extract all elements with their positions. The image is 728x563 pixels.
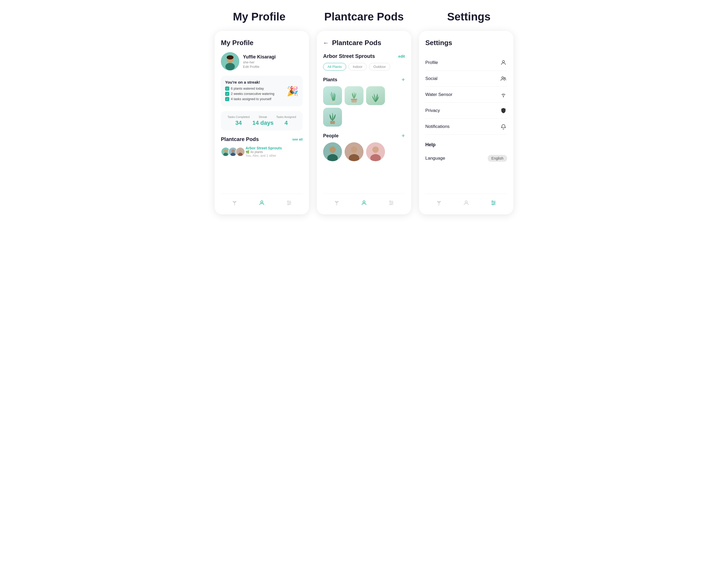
settings-screen: Settings Profile Social [419,31,513,214]
my-profile-page-title: My Profile [207,10,312,23]
svg-point-11 [239,149,242,153]
settings-privacy-label: Privacy [425,108,440,113]
streak-item-3: ✓ 4 tasks assigned to yourself [225,97,274,101]
pods-nav-plant-icon[interactable] [333,199,340,207]
svg-point-3 [227,55,233,59]
svg-point-44 [503,96,504,97]
check-icon-1: ✓ [225,86,229,91]
pod-avatars [221,147,243,156]
filter-indoor[interactable]: Indoor [348,63,367,71]
tasks-completed-label: Tasks Completed [227,115,249,118]
plant-thumb-3[interactable] [366,86,385,105]
screens-row: My Profile Yuffie Kisaragi she-her Edit [207,31,521,214]
streak-card: You're on a streak! ✓ 6 plants watered t… [221,76,303,106]
settings-nav-settings-icon[interactable] [490,199,497,207]
filter-outdoor[interactable]: Outdoor [369,63,390,71]
pods-screen-header: ← Plantcare Pods [323,39,405,47]
streak-content: You're on a streak! ✓ 6 plants watered t… [225,80,274,102]
tasks-assigned-value: 4 [276,120,296,126]
pods-header: Plantcare Pods see all [221,136,303,142]
pods-nav-profile-icon[interactable] [360,199,368,207]
check-icon-2: ✓ [225,92,229,96]
svg-point-26 [329,147,336,153]
svg-point-9 [231,153,235,156]
svg-point-20 [288,204,289,205]
streak-stat: Streak 14 days [252,115,274,126]
add-person-button[interactable]: + [401,132,405,139]
edit-link[interactable]: edit [398,54,405,58]
nav-plant-icon[interactable] [231,199,238,207]
social-icon [500,75,507,82]
nav-profile-icon[interactable] [258,199,265,207]
bell-icon [500,123,507,130]
svg-point-18 [287,201,289,202]
svg-point-49 [492,201,493,202]
settings-item-water-sensor[interactable]: Water Sensor [425,87,507,103]
svg-point-34 [363,201,365,203]
settings-screen-title: Settings [425,39,507,47]
streak-title: You're on a streak! [225,80,274,84]
pods-section-title: Plantcare Pods [221,136,259,142]
svg-point-32 [372,147,379,153]
svg-point-50 [494,202,495,203]
svg-point-39 [392,202,393,203]
svg-point-6 [223,153,228,156]
pod-members: You, Alex, and 1 other [246,154,282,158]
check-icon-3: ✓ [225,97,229,101]
person-thumb-3[interactable] [366,142,385,161]
language-item[interactable]: Language English [425,152,507,165]
edit-profile-link[interactable]: Edit Profile [243,65,276,69]
settings-nav-plant-icon[interactable] [435,199,443,207]
tasks-completed-stat: Tasks Completed 34 [227,115,249,126]
add-plant-button[interactable]: + [401,76,405,83]
svg-point-19 [290,202,291,203]
help-section-title: Help [425,142,507,148]
plants-section-header: Plants + [323,76,405,83]
back-button[interactable]: ← [323,40,329,46]
svg-point-29 [351,147,357,153]
language-label: Language [425,156,445,161]
streak-item-1: ✓ 6 plants watered today [225,86,274,91]
settings-page-title: Settings [416,10,521,23]
pod-info: Arbor Street Sprouts 🌿 4x plants You, Al… [246,146,282,158]
pod-group-name: Arbor Street Sprouts [323,53,375,59]
svg-point-21 [329,101,336,104]
profile-pods-section: Plantcare Pods see all [221,136,303,158]
plant-thumb-2[interactable] [345,86,363,105]
settings-item-privacy[interactable]: Privacy [425,103,507,119]
pods-nav-settings-icon[interactable] [388,199,395,207]
language-badge[interactable]: English [488,155,507,162]
see-all-link[interactable]: see all [292,137,303,141]
pod-plants: 🌿 4x plants [246,150,282,154]
filter-all-plants[interactable]: All Plants [323,63,346,71]
stats-card: Tasks Completed 34 Streak 14 days Tasks … [221,111,303,131]
avatar [221,52,239,71]
plant-thumb-4[interactable] [323,108,342,127]
filter-tabs: All Plants Indoor Outdoor [323,63,405,71]
svg-point-12 [238,153,243,156]
people-section-label: People [323,133,339,139]
user-details: Yuffie Kisaragi she-her Edit Profile [243,54,276,69]
streak-emoji: 🎉 [287,86,298,97]
user-info: Yuffie Kisaragi she-her Edit Profile [221,52,303,71]
person-thumb-1[interactable] [323,142,342,161]
svg-point-51 [492,204,493,205]
profile-bottom-nav [221,194,303,207]
wifi-icon [500,91,507,98]
svg-point-43 [504,78,506,79]
settings-item-social[interactable]: Social [425,71,507,87]
pod-item[interactable]: Arbor Street Sprouts 🌿 4x plants You, Al… [221,146,303,158]
plant-thumb-1[interactable] [323,86,342,105]
settings-nav-profile-icon[interactable] [463,199,470,207]
tasks-assigned-label: Tasks Assigned [276,115,296,118]
settings-item-profile[interactable]: Profile [425,55,507,71]
plantcare-pods-page-title: Plantcare Pods [312,10,416,23]
user-name: Yuffie Kisaragi [243,54,276,60]
settings-item-notifications[interactable]: Notifications [425,119,507,135]
nav-settings-icon[interactable] [285,199,293,207]
people-grid [323,142,405,161]
person-thumb-2[interactable] [345,142,363,161]
plants-section-label: Plants [323,77,337,83]
svg-point-14 [261,201,263,203]
page-titles: My Profile Plantcare Pods Settings [207,10,521,23]
